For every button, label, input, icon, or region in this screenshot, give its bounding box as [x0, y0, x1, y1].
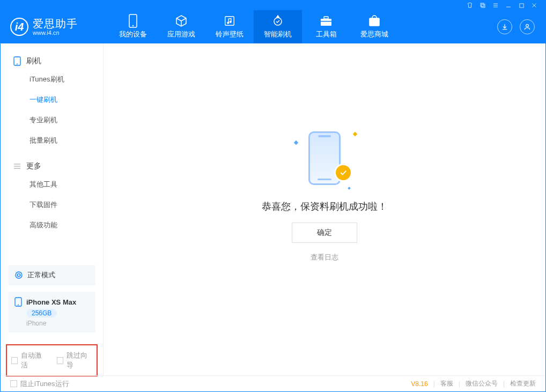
annotation-highlight-box: 自动激活 跳过向导: [6, 344, 98, 376]
svg-rect-15: [321, 19, 331, 26]
device-storage: 256GB: [26, 309, 57, 317]
device-status-card[interactable]: 正常模式: [8, 265, 95, 285]
svg-point-10: [132, 25, 134, 26]
sparkle-icon: [353, 131, 357, 136]
layers-icon[interactable]: [479, 2, 486, 9]
tab-label: 铃声壁纸: [216, 29, 244, 39]
success-message: 恭喜您，保资料刷机成功啦！: [262, 200, 387, 213]
svg-point-29: [18, 305, 19, 306]
sync-icon: [14, 271, 23, 279]
svg-rect-11: [225, 17, 234, 26]
svg-point-19: [526, 24, 529, 27]
logo-badge-icon: i4: [10, 18, 28, 36]
section-title: 更多: [26, 161, 41, 171]
tab-label: 智能刷机: [264, 29, 292, 39]
svg-rect-16: [324, 17, 328, 19]
device-icon: [127, 14, 139, 27]
sidebar-item-batch-flash[interactable]: 批量刷机: [1, 130, 103, 151]
app-header: i4 爱思助手 www.i4.cn 我的设备 应用游戏 铃声壁纸 智能刷机 工具…: [1, 10, 545, 43]
window-titlebar: [1, 1, 545, 10]
footer-link-support[interactable]: 客服: [440, 379, 453, 388]
main-content: 恭喜您，保资料刷机成功啦！ 确定 查看日志: [104, 43, 545, 376]
tab-store[interactable]: 爱思商城: [350, 10, 399, 43]
music-icon: [223, 14, 236, 27]
svg-point-26: [17, 275, 18, 276]
tab-label: 工具箱: [316, 29, 337, 39]
tab-label: 应用游戏: [167, 29, 195, 39]
sparkle-icon: [348, 187, 351, 190]
device-model: iPhone: [26, 320, 46, 327]
tab-my-device[interactable]: 我的设备: [109, 10, 157, 43]
sidebar-item-download-firmware[interactable]: 下载固件: [1, 195, 103, 215]
svg-point-21: [17, 64, 18, 65]
divider: |: [503, 380, 505, 388]
user-button[interactable]: [520, 19, 535, 34]
sidebar-item-advanced[interactable]: 高级功能: [1, 215, 103, 235]
sidebar-item-other-tools[interactable]: 其他工具: [1, 174, 103, 195]
store-icon: [368, 14, 381, 27]
svg-rect-17: [321, 21, 331, 22]
svg-rect-6: [519, 3, 523, 7]
check-badge-icon: [334, 164, 352, 182]
sparkle-icon: [294, 140, 298, 144]
sidebar: 刷机 iTunes刷机 一键刷机 专业刷机 批量刷机 更多 其他工具 下载固件 …: [1, 43, 104, 376]
minimize-icon[interactable]: [505, 2, 512, 9]
ok-button[interactable]: 确定: [292, 223, 357, 243]
divider: |: [433, 380, 435, 388]
checkbox-icon: [11, 357, 18, 364]
svg-point-27: [20, 275, 21, 276]
tab-smart-flash[interactable]: 智能刷机: [254, 10, 302, 43]
sidebar-item-oneclick-flash[interactable]: 一键刷机: [1, 90, 103, 110]
checkbox-icon: [57, 357, 63, 364]
menu-icon[interactable]: [492, 2, 499, 9]
svg-rect-18: [370, 18, 379, 26]
tab-ringtone-wallpaper[interactable]: 铃声壁纸: [205, 10, 254, 43]
checkbox-auto-activate[interactable]: 自动激活: [11, 351, 47, 370]
sidebar-section-more: 更多: [1, 158, 103, 174]
sidebar-item-pro-flash[interactable]: 专业刷机: [1, 110, 103, 130]
sidebar-item-itunes-flash[interactable]: iTunes刷机: [1, 69, 103, 90]
maximize-icon[interactable]: [518, 2, 525, 9]
app-logo: i4 爱思助手 www.i4.cn: [10, 18, 96, 36]
checkbox-icon: [10, 380, 17, 387]
view-log-link[interactable]: 查看日志: [311, 253, 338, 262]
footer-link-update[interactable]: 检查更新: [510, 379, 536, 388]
svg-point-25: [16, 272, 22, 278]
download-button[interactable]: [497, 19, 512, 34]
phone-icon: [13, 56, 21, 66]
svg-point-12: [227, 22, 229, 24]
cube-icon: [175, 14, 188, 27]
hamburger-icon: [13, 162, 21, 170]
checkbox-label: 阻止iTunes运行: [20, 379, 69, 389]
tab-label: 我的设备: [119, 29, 147, 39]
success-illustration: [292, 126, 357, 190]
sidebar-section-flash: 刷机: [1, 53, 103, 69]
checkbox-skip-guide[interactable]: 跳过向导: [57, 351, 93, 370]
divider: |: [459, 380, 460, 388]
main-tabs: 我的设备 应用游戏 铃声壁纸 智能刷机 工具箱 爱思商城: [109, 10, 399, 43]
version-label: V8.16: [411, 380, 427, 388]
tab-label: 爱思商城: [360, 29, 388, 39]
device-name: iPhone XS Max: [26, 298, 76, 306]
app-url: www.i4.cn: [33, 29, 78, 36]
device-icon: [14, 297, 22, 307]
toolbox-icon: [320, 14, 333, 27]
close-icon[interactable]: [530, 2, 538, 9]
app-name: 爱思助手: [33, 18, 78, 29]
svg-rect-0: [481, 3, 484, 6]
refresh-icon: [271, 14, 284, 27]
svg-point-13: [230, 21, 231, 23]
tab-toolbox[interactable]: 工具箱: [302, 10, 350, 43]
footer-link-wechat[interactable]: 微信公众号: [466, 379, 498, 388]
status-label: 正常模式: [27, 270, 55, 280]
section-title: 刷机: [26, 56, 41, 66]
header-actions: [497, 19, 535, 34]
checkbox-label: 自动激活: [21, 351, 47, 370]
status-bar: 阻止iTunes运行 V8.16 | 客服 | 微信公众号 | 检查更新: [1, 375, 545, 391]
tab-apps-games[interactable]: 应用游戏: [157, 10, 205, 43]
device-info-card[interactable]: iPhone XS Max 256GB iPhone: [8, 292, 95, 332]
checkbox-block-itunes[interactable]: 阻止iTunes运行: [10, 379, 69, 389]
svg-rect-1: [482, 4, 485, 8]
skin-icon[interactable]: [466, 2, 474, 9]
app-body: 刷机 iTunes刷机 一键刷机 专业刷机 批量刷机 更多 其他工具 下载固件 …: [1, 43, 545, 376]
